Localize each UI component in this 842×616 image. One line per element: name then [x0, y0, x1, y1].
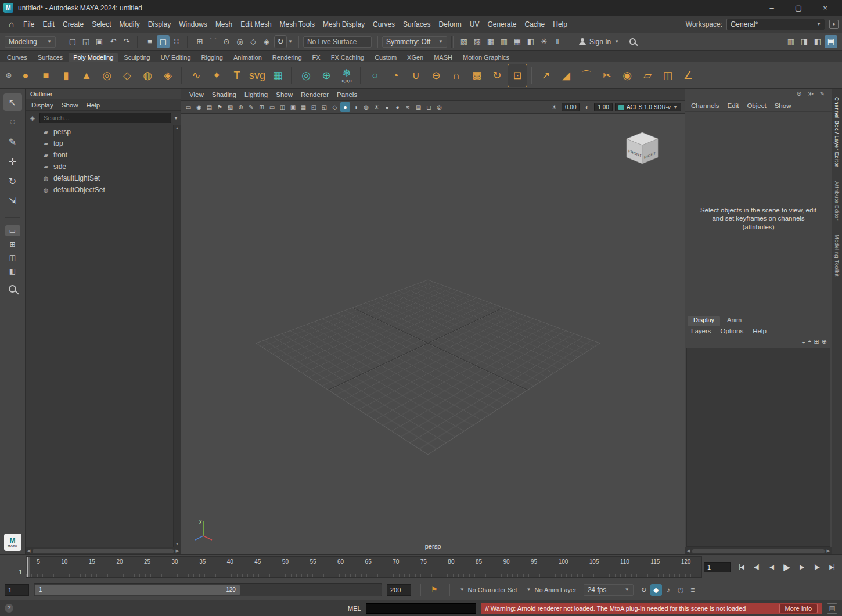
- toggle-modeling-toolkit-icon[interactable]: ▥: [785, 35, 797, 48]
- poly-torus-icon[interactable]: ◎: [97, 64, 117, 87]
- resolution-gate-icon[interactable]: ◫: [278, 102, 287, 112]
- shelf-tab[interactable]: Rendering: [268, 53, 307, 62]
- boolean-union-icon[interactable]: ∪: [406, 64, 426, 87]
- viewport-menu-item[interactable]: Show: [272, 91, 296, 98]
- crease-tool-icon[interactable]: ∠: [678, 64, 698, 87]
- viewport-menu-item[interactable]: Renderer: [297, 91, 332, 98]
- platonic-solids-icon[interactable]: ◈: [158, 64, 178, 87]
- view-cube[interactable]: FRONT RIGHT: [622, 129, 663, 172]
- outliner-persp-layout-icon[interactable]: ◧: [5, 265, 20, 276]
- sidebar-tab[interactable]: Attribute Editor: [833, 174, 841, 228]
- step-forward-button[interactable]: ▶: [795, 560, 808, 574]
- view-transform-selector[interactable]: ACES 1.0 SDR-v ▼: [615, 103, 681, 111]
- create-polygon-tool-icon[interactable]: ✦: [207, 64, 226, 87]
- search-icon[interactable]: [629, 38, 636, 45]
- layer-editor-scrollbar[interactable]: ◀▶: [685, 547, 832, 554]
- mirror-icon[interactable]: ◫: [658, 64, 678, 87]
- previous-key-button[interactable]: ◀|: [750, 560, 763, 574]
- outliner-horizontal-scrollbar[interactable]: ◀▶: [26, 547, 181, 554]
- animation-start-field[interactable]: 1: [5, 584, 29, 596]
- snap-to-projected-center-icon[interactable]: ◎: [233, 35, 246, 48]
- outliner-title[interactable]: Outliner: [26, 89, 181, 99]
- gamma-icon[interactable]: ◐: [582, 102, 592, 112]
- symmetry-selector[interactable]: Symmetry: Off▼: [382, 36, 447, 48]
- lasso-tool-icon[interactable]: ◌: [3, 113, 22, 131]
- layer-visibility-icon[interactable]: ◒: [801, 338, 805, 345]
- menu-item[interactable]: Mesh Tools: [276, 16, 319, 33]
- live-surface-field[interactable]: No Live Surface: [303, 36, 372, 48]
- select-component-icon[interactable]: ∷: [170, 35, 183, 48]
- mute-audio-icon[interactable]: ♪: [663, 584, 674, 596]
- auto-keyframe-icon[interactable]: ◆: [650, 584, 662, 596]
- menu-item[interactable]: Windows: [175, 16, 211, 33]
- command-mode-toggle[interactable]: MEL: [348, 605, 361, 612]
- light-editor-icon[interactable]: ☀: [538, 35, 550, 48]
- bevel-icon[interactable]: ◢: [556, 64, 576, 87]
- toggle-tool-settings-icon[interactable]: ◧: [811, 35, 824, 48]
- 2d-pan-zoom-icon[interactable]: ⊕: [236, 102, 246, 112]
- menu-item[interactable]: Display: [144, 16, 175, 33]
- svg-tool-icon[interactable]: svg: [247, 64, 267, 87]
- time-ruler[interactable]: 5101520253035404550556065707580859095100…: [26, 556, 702, 578]
- gamma-field[interactable]: 1.00: [594, 103, 612, 111]
- workspace-pin-icon[interactable]: ●: [829, 20, 839, 29]
- object-component-toggle-icon[interactable]: ⊡: [508, 64, 527, 87]
- divider[interactable]: [137, 36, 139, 48]
- divider[interactable]: [60, 36, 62, 48]
- menu-item[interactable]: Cache: [521, 16, 549, 33]
- current-frame-field[interactable]: [704, 562, 731, 572]
- menu-item[interactable]: Mesh Display: [319, 16, 369, 33]
- make-live-icon[interactable]: ◈: [260, 35, 273, 48]
- go-to-end-button[interactable]: ▶|: [825, 560, 839, 574]
- motion-blur-icon[interactable]: ≈: [403, 102, 413, 112]
- channel-edit-icon[interactable]: ✎: [818, 91, 827, 99]
- shelf-tab[interactable]: Animation: [229, 53, 267, 62]
- menu-item[interactable]: Edit Mesh: [236, 16, 275, 33]
- undo-icon[interactable]: ↶: [107, 35, 120, 48]
- viewport-menu-item[interactable]: View: [186, 91, 207, 98]
- snap-to-point-icon[interactable]: ⊙: [220, 35, 233, 48]
- extrude-icon[interactable]: ↗: [536, 64, 556, 87]
- maya-avatar[interactable]: MMAYA: [4, 534, 21, 551]
- sidebar-tab[interactable]: Channel Box / Layer Editor: [833, 90, 841, 174]
- new-empty-layer-icon[interactable]: ⊞: [814, 338, 819, 345]
- lock-camera-icon[interactable]: ◉: [194, 102, 204, 112]
- shelf-tab[interactable]: Curves: [2, 53, 32, 62]
- spin-edge-icon[interactable]: ↻: [487, 64, 507, 87]
- more-info-button[interactable]: More Info: [779, 604, 818, 613]
- playback-loop-icon[interactable]: ↻: [638, 584, 650, 596]
- menu-item[interactable]: Deform: [434, 16, 465, 33]
- safe-title-icon[interactable]: ◱: [319, 102, 329, 112]
- layer-editor-menu-item[interactable]: Help: [749, 327, 770, 334]
- layer-editor-tab[interactable]: Anim: [721, 316, 747, 326]
- viewport-menu-item[interactable]: Shading: [208, 91, 240, 98]
- exposure-field[interactable]: 0.00: [562, 103, 580, 111]
- pause-viewport-icon[interactable]: ‖: [551, 35, 564, 48]
- quad-draw-icon[interactable]: ▱: [638, 64, 657, 87]
- camera-attributes-icon[interactable]: ▤: [204, 102, 214, 112]
- field-chart-icon[interactable]: ▦: [298, 102, 308, 112]
- target-weld-icon[interactable]: ◉: [617, 64, 637, 87]
- minimize-button[interactable]: –: [758, 0, 785, 16]
- menu-item[interactable]: Help: [549, 16, 571, 33]
- animation-end-field[interactable]: 200: [387, 584, 411, 596]
- zoom-tool-icon[interactable]: [9, 285, 16, 293]
- maximize-button[interactable]: ▢: [785, 0, 812, 16]
- ssao-icon[interactable]: ◕: [393, 102, 402, 112]
- outliner-menu-item[interactable]: Display: [28, 102, 57, 109]
- single-pane-layout-icon[interactable]: ▭: [5, 225, 20, 236]
- poly-sphere-icon[interactable]: ●: [16, 64, 35, 87]
- gate-mask-icon[interactable]: ▣: [288, 102, 298, 112]
- image-plane-icon[interactable]: ▧: [225, 102, 235, 112]
- menu-item[interactable]: File: [19, 16, 38, 33]
- sweep-mesh-icon[interactable]: ∿: [186, 64, 206, 87]
- new-scene-icon[interactable]: ▢: [66, 35, 79, 48]
- bookmark-icon[interactable]: ⚑: [215, 102, 225, 112]
- shelf-tab[interactable]: Sculpting: [119, 53, 154, 62]
- menu-item[interactable]: Modify: [115, 16, 143, 33]
- snap-to-view-plane-icon[interactable]: ◇: [247, 35, 260, 48]
- fps-selector[interactable]: 24 fps▼: [584, 584, 634, 596]
- shelf-tab[interactable]: UV Editing: [156, 53, 196, 62]
- safe-action-icon[interactable]: ◰: [309, 102, 319, 112]
- open-render-view-icon[interactable]: ▧: [458, 35, 470, 48]
